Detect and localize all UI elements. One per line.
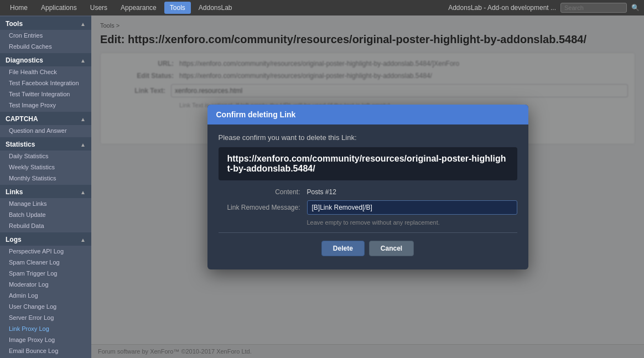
chevron-icon: ▲ (80, 142, 86, 148)
sidebar-item-admin-log[interactable]: Admin Log (0, 290, 91, 301)
sidebar-item-file-health-check[interactable]: File Health Check (0, 66, 91, 77)
sidebar-item-spam-cleaner-log[interactable]: Spam Cleaner Log (0, 257, 91, 268)
search-icon[interactable]: 🔍 (631, 4, 640, 12)
modal-link-removed-input[interactable] (307, 200, 517, 215)
sidebar-item-spam-trigger-log[interactable]: Spam Trigger Log (0, 268, 91, 279)
sidebar-item-weekly-stats[interactable]: Weekly Statistics (0, 162, 91, 173)
sidebar-item-perspective-api-log[interactable]: Perspective API Log (0, 246, 91, 257)
sidebar-item-test-facebook[interactable]: Test Facebook Integration (0, 77, 91, 89)
sidebar-item-moderator-log[interactable]: Moderator Log (0, 279, 91, 290)
sidebar-section-diagnostics[interactable]: Diagnostics ▲ (0, 53, 91, 66)
chevron-icon: ▲ (80, 58, 86, 64)
modal-delete-button[interactable]: Delete (321, 241, 365, 256)
modal-url: https://xenforo.com/community/resources/… (219, 147, 517, 180)
nav-home[interactable]: Home (4, 2, 33, 14)
sidebar-item-test-twitter[interactable]: Test Twitter Integration (0, 89, 91, 100)
sidebar-section-logs[interactable]: Logs ▲ (0, 232, 91, 246)
chevron-icon: ▲ (80, 21, 86, 27)
nav-users[interactable]: Users (85, 2, 113, 14)
chevron-icon: ▲ (80, 237, 86, 243)
confirm-delete-modal: Confirm deleting Link Please confirm you… (207, 105, 528, 269)
sidebar-item-rebuild-data[interactable]: Rebuild Data (0, 220, 91, 231)
modal-content-row: Content: Posts #12 (219, 188, 517, 196)
modal-hint: Leave empty to remove without any replac… (307, 219, 517, 226)
chevron-icon: ▲ (80, 116, 86, 122)
modal-link-removed-label: Link Removed Message: (219, 204, 307, 211)
sidebar-item-test-image-proxy[interactable]: Test Image Proxy (0, 100, 91, 111)
modal-buttons: Delete Cancel (219, 238, 517, 261)
sidebar-item-batch-update[interactable]: Batch Update (0, 209, 91, 220)
sidebar-item-manage-links[interactable]: Manage Links (0, 198, 91, 209)
site-label: AddonsLab - Add-on development ... (448, 4, 556, 12)
sidebar-section-links[interactable]: Links ▲ (0, 185, 91, 198)
sidebar-section-captcha[interactable]: CAPTCHA ▲ (0, 112, 91, 125)
modal-body: Please confirm you want to delete this L… (207, 124, 528, 269)
nav-appearance[interactable]: Appearance (115, 2, 162, 14)
modal-overlay: Confirm deleting Link Please confirm you… (91, 15, 644, 358)
main-layout: Tools ▲ Cron Entries Rebuild Caches Diag… (0, 15, 644, 358)
sidebar-item-monthly-stats[interactable]: Monthly Statistics (0, 173, 91, 184)
modal-link-removed-row: Link Removed Message: (219, 200, 517, 215)
sidebar-section-tools[interactable]: Tools ▲ (0, 17, 91, 30)
nav-applications[interactable]: Applications (35, 2, 82, 14)
nav-tools[interactable]: Tools (164, 2, 191, 14)
modal-content-value: Posts #12 (307, 188, 336, 196)
sidebar-item-link-proxy-log[interactable]: Link Proxy Log (0, 323, 91, 334)
sidebar-item-question-answer[interactable]: Question and Answer (0, 125, 91, 136)
sidebar-item-server-error-log[interactable]: Server Error Log (0, 312, 91, 323)
sidebar-item-cron-entries[interactable]: Cron Entries (0, 30, 91, 41)
sidebar-item-user-change-log[interactable]: User Change Log (0, 301, 91, 312)
chevron-icon: ▲ (80, 189, 86, 195)
sidebar: Tools ▲ Cron Entries Rebuild Caches Diag… (0, 15, 91, 358)
nav-addonslab[interactable]: AddonsLab (193, 2, 238, 14)
sidebar-item-email-bounce-log[interactable]: Email Bounce Log (0, 345, 91, 356)
sidebar-item-daily-stats[interactable]: Daily Statistics (0, 151, 91, 162)
top-nav-right: AddonsLab - Add-on development ... 🔍 (448, 3, 640, 13)
modal-cancel-button[interactable]: Cancel (369, 241, 414, 256)
sidebar-item-image-proxy-log[interactable]: Image Proxy Log (0, 334, 91, 345)
modal-content-label: Content: (219, 188, 307, 196)
sidebar-section-statistics[interactable]: Statistics ▲ (0, 137, 91, 151)
modal-divider (219, 232, 517, 233)
sidebar-item-rebuild-caches[interactable]: Rebuild Caches (0, 41, 91, 52)
content-area: Tools > Edit: https://xenforo.com/commun… (91, 15, 644, 358)
modal-confirm-text: Please confirm you want to delete this L… (219, 133, 517, 142)
search-input[interactable] (560, 3, 627, 13)
modal-header: Confirm deleting Link (207, 105, 528, 124)
top-navigation: Home Applications Users Appearance Tools… (0, 0, 644, 15)
